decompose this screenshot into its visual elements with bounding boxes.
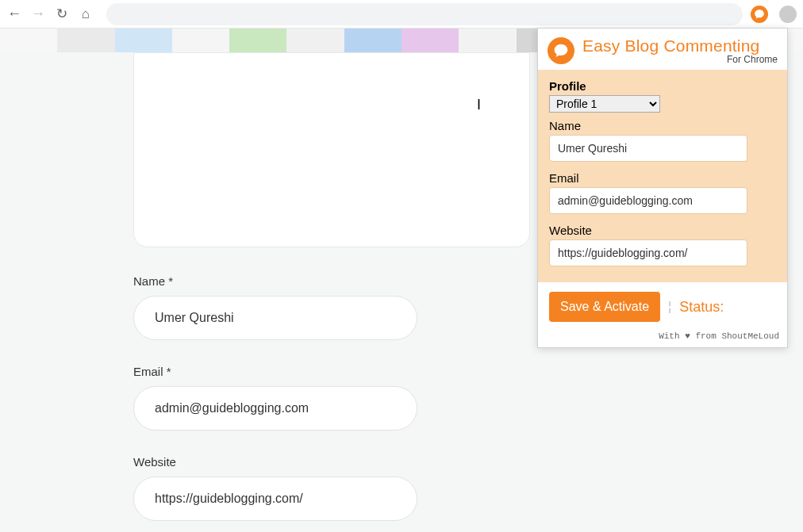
url-bar[interactable] [106,3,743,25]
popup-header: Easy Blog Commenting For Chrome [538,29,787,70]
popup-name-input[interactable] [549,135,747,162]
popup-body: Profile Profile 1 Name Email Website [538,70,787,282]
popup-name-label: Name [549,119,776,132]
profile-select[interactable]: Profile 1 [549,95,660,113]
extension-icon[interactable] [751,6,768,23]
website-label: Website [133,455,419,469]
home-icon[interactable]: ⌂ [78,6,94,22]
name-input[interactable] [133,296,417,340]
reload-icon[interactable]: ↻ [54,6,70,22]
popup-footer: Save & Activate ¦ Status: [538,282,787,328]
browser-toolbar: ← → ↻ ⌂ [0,0,803,29]
back-icon[interactable]: ← [6,6,22,22]
email-field-group: Email * [133,365,419,431]
text-cursor-icon: I [477,97,478,111]
website-input[interactable] [133,477,417,521]
popup-logo-icon [548,37,574,64]
popup-website-input[interactable] [549,239,747,266]
forward-icon[interactable]: → [30,6,46,22]
popup-title: Easy Blog Commenting [582,36,778,55]
email-input[interactable] [133,386,417,431]
email-label: Email * [133,365,419,378]
profile-label: Profile [549,79,776,93]
credit-text: With ♥ from ShoutMeLoud [538,328,787,347]
popup-subtitle: For Chrome [582,54,778,65]
website-field-group: Website [133,455,419,521]
save-activate-button[interactable]: Save & Activate [549,292,660,322]
extension-popup: Easy Blog Commenting For Chrome Profile … [537,28,788,348]
profile-avatar-icon[interactable] [779,6,797,23]
name-label: Name * [133,274,419,288]
name-field-group: Name * [133,274,419,340]
comment-textarea[interactable]: I [133,52,530,247]
comment-area: I [133,52,530,251]
status-label: Status: [679,299,724,316]
popup-email-label: Email [549,171,776,185]
popup-email-input[interactable] [549,187,747,214]
divider-icon: ¦ [668,300,671,314]
popup-website-label: Website [549,224,776,237]
